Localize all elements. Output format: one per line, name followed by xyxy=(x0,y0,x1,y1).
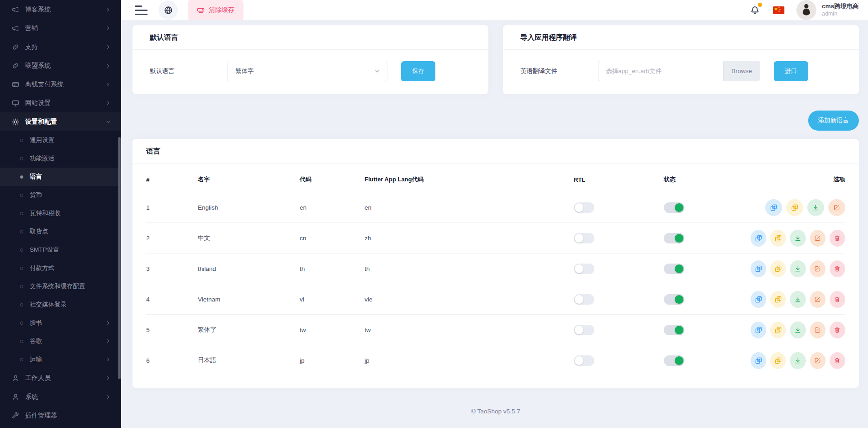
edit-button[interactable] xyxy=(810,260,826,277)
sidebar-scrollbar[interactable] xyxy=(118,137,121,379)
sidebar-item-label: 联盟系统 xyxy=(25,62,106,70)
notifications-button[interactable] xyxy=(750,4,760,16)
sidebar-subitem-vat-tax[interactable]: 瓦特和税收 xyxy=(0,204,121,222)
clear-cache-button[interactable]: 清除缓存 xyxy=(188,0,243,20)
avatar[interactable] xyxy=(796,0,816,20)
sidebar-subitem-pickup-point[interactable]: 取货点 xyxy=(0,222,121,241)
sidebar-item-system[interactable]: 系统 xyxy=(0,387,121,406)
download-button[interactable] xyxy=(790,260,805,277)
edit-button[interactable] xyxy=(810,352,826,369)
translate-button[interactable] xyxy=(770,230,786,247)
translate-copy-button[interactable] xyxy=(751,230,766,247)
credit-card-icon xyxy=(12,81,19,88)
table-row: 5 繁体字 tw tw xyxy=(146,315,845,345)
edit-icon xyxy=(814,265,821,272)
status-toggle[interactable] xyxy=(664,233,684,243)
sidebar-subitem-google[interactable]: 谷歌 xyxy=(0,332,121,350)
table-row: 1 English en en xyxy=(146,192,845,223)
link-icon xyxy=(12,43,19,51)
download-button[interactable] xyxy=(807,199,824,216)
user-meta[interactable]: cms跨境电商 admin xyxy=(822,3,859,18)
download-icon xyxy=(794,235,801,242)
cell-num: 4 xyxy=(146,284,198,315)
browse-button[interactable]: Browse xyxy=(723,61,760,81)
save-button[interactable]: 保存 xyxy=(401,61,435,81)
language-flag-button[interactable]: ★ ★ ★ ★ xyxy=(773,6,784,14)
sidebar-subitem-shipping[interactable]: 运输 xyxy=(0,350,121,369)
rtl-toggle[interactable] xyxy=(574,202,594,213)
translate-button[interactable] xyxy=(770,352,786,369)
status-toggle[interactable] xyxy=(664,202,684,213)
import-button[interactable]: 进口 xyxy=(774,61,808,81)
delete-button[interactable] xyxy=(830,230,845,247)
sidebar-subitem-payment-methods[interactable]: 付款方式 xyxy=(0,259,121,277)
chevron-right-icon xyxy=(106,375,111,381)
edit-button[interactable] xyxy=(810,322,826,338)
toggle-knob xyxy=(675,234,683,243)
rtl-toggle[interactable] xyxy=(574,325,594,335)
sidebar-item-website-settings[interactable]: 网站设置 xyxy=(0,94,121,112)
rtl-toggle[interactable] xyxy=(574,294,594,305)
clear-cache-label: 清除缓存 xyxy=(209,6,234,14)
download-button[interactable] xyxy=(790,322,805,338)
sidebar-item-affiliate-system[interactable]: 联盟系统 xyxy=(0,56,121,75)
sidebar-subitem-currency[interactable]: 货币 xyxy=(0,186,121,204)
sidebar-subitem-smtp-settings[interactable]: SMTP设置 xyxy=(0,241,121,259)
rtl-toggle[interactable] xyxy=(574,264,594,274)
edit-button[interactable] xyxy=(828,199,845,216)
sidebar-item-support[interactable]: 支持 xyxy=(0,37,121,56)
download-icon xyxy=(794,327,801,333)
toggle-knob xyxy=(575,326,583,334)
sidebar-subitem-facebook[interactable]: 脸书 xyxy=(0,314,121,332)
translate-copy-button[interactable] xyxy=(751,322,766,338)
toggle-knob xyxy=(575,264,583,273)
sidebar-item-blog-system[interactable]: 博客系统 xyxy=(0,0,121,19)
download-button[interactable] xyxy=(790,230,805,247)
sidebar-subitem-social-login[interactable]: 社交媒体登录 xyxy=(0,296,121,314)
sidebar-subitem-label: 谷歌 xyxy=(30,337,42,345)
sidebar-subitem-filesystem-cache[interactable]: 文件系统和缓存配置 xyxy=(0,277,121,296)
translate-copy-button[interactable] xyxy=(765,199,782,216)
default-language-select[interactable]: 繁体字 xyxy=(228,61,387,81)
toggle-knob xyxy=(675,264,683,273)
translate-icon xyxy=(775,265,782,272)
cell-flutter-code: vie xyxy=(365,284,574,315)
sidebar-subitem-general-settings[interactable]: 通用设置 xyxy=(0,131,121,149)
hamburger-menu-button[interactable] xyxy=(135,5,148,15)
delete-button[interactable] xyxy=(830,260,845,277)
sidebar-item-settings-config[interactable]: 设置和配置 xyxy=(0,112,121,131)
status-toggle[interactable] xyxy=(664,264,684,274)
edit-icon xyxy=(814,235,821,242)
translation-file-input[interactable] xyxy=(598,61,723,81)
sidebar-item-label: 网站设置 xyxy=(25,99,106,107)
delete-button[interactable] xyxy=(830,291,845,308)
sidebar-item-staff[interactable]: 工作人员 xyxy=(0,369,121,387)
globe-button[interactable] xyxy=(159,0,178,20)
sidebar-subitem-language[interactable]: 语言 xyxy=(0,168,121,186)
rtl-toggle[interactable] xyxy=(574,233,594,243)
download-button[interactable] xyxy=(790,291,805,308)
translate-button[interactable] xyxy=(786,199,803,216)
delete-button[interactable] xyxy=(830,322,845,338)
translate-copy-button[interactable] xyxy=(751,291,766,308)
status-toggle[interactable] xyxy=(664,355,684,366)
translate-button[interactable] xyxy=(770,291,786,308)
translate-button[interactable] xyxy=(770,322,786,338)
translate-copy-button[interactable] xyxy=(751,352,766,369)
sidebar-item-marketing[interactable]: 营销 xyxy=(0,19,121,37)
trash-icon xyxy=(834,265,841,272)
rtl-toggle[interactable] xyxy=(574,355,594,366)
sidebar-item-offline-payment[interactable]: 离线支付系统 xyxy=(0,75,121,94)
sidebar-subitem-feature-activation[interactable]: 功能激活 xyxy=(0,149,121,168)
sidebar-item-plugin-manager[interactable]: 插件管理器 xyxy=(0,406,121,425)
edit-button[interactable] xyxy=(810,291,826,308)
edit-button[interactable] xyxy=(810,230,826,247)
trash-icon xyxy=(834,235,841,242)
delete-button[interactable] xyxy=(830,352,845,369)
translate-copy-button[interactable] xyxy=(751,260,766,277)
download-button[interactable] xyxy=(790,352,805,369)
status-toggle[interactable] xyxy=(664,294,684,305)
add-language-button[interactable]: 添加新语言 xyxy=(808,111,859,131)
status-toggle[interactable] xyxy=(664,325,684,335)
translate-button[interactable] xyxy=(770,260,786,277)
